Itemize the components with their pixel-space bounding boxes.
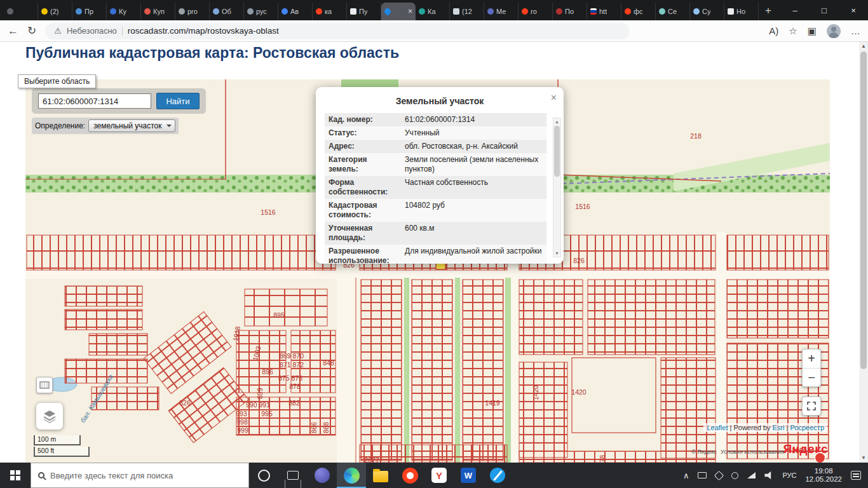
yandex-y-button[interactable]: Y <box>424 463 454 488</box>
yandex-terms-link[interactable]: Условия использования <box>721 449 784 455</box>
language-indicator[interactable]: РУС <box>778 463 801 488</box>
profile-avatar[interactable] <box>827 24 841 38</box>
page-scrollbar[interactable]: ▲ ▼ <box>859 42 868 463</box>
settings-menu-button[interactable]: … <box>851 26 860 36</box>
pen-icon <box>714 470 724 480</box>
clock[interactable]: 19:08 12.05.2022 <box>801 463 846 488</box>
zoom-out-button[interactable]: − <box>803 368 820 386</box>
people-app-button[interactable] <box>308 463 337 488</box>
browser-tab[interactable]: (2) <box>38 3 72 20</box>
scroll-up-icon[interactable]: ▲ <box>553 118 560 125</box>
browser-tab[interactable]: Куп <box>141 3 175 20</box>
rosreestr-link[interactable]: Росреестр <box>790 424 824 431</box>
volume-icon[interactable] <box>760 463 778 488</box>
tablet-mode-icon[interactable] <box>711 463 727 488</box>
people-icon <box>144 8 151 15</box>
edge-button[interactable] <box>337 463 366 488</box>
popup-row: Кад. номер:61:02:0600007:1314 <box>325 113 546 126</box>
find-button[interactable]: Найти <box>156 93 200 109</box>
circle-icon <box>731 472 738 479</box>
layers-button[interactable] <box>36 403 63 430</box>
browser-tab[interactable] <box>4 3 38 20</box>
browser-tab[interactable]: Пр <box>72 3 107 20</box>
scrollbar-up-icon[interactable]: ▲ <box>859 42 868 51</box>
browser-tab[interactable]: Се <box>656 3 690 20</box>
popup-close-button[interactable]: × <box>551 92 557 104</box>
refresh-button[interactable]: ↻ <box>27 25 36 36</box>
popup-scrollbar[interactable]: ▲ ▼ <box>553 118 561 257</box>
action-center-icon <box>851 471 861 480</box>
desktop: (2)ПрКуКупproОбрусАвкаПу×Ка(12МегоПоhttф… <box>0 0 868 488</box>
action-center-button[interactable] <box>846 463 865 488</box>
popup-scroll-thumb[interactable] <box>554 126 560 177</box>
zoom-in-button[interactable]: + <box>803 349 820 368</box>
display-icon[interactable] <box>693 463 711 488</box>
yandex-browser-button[interactable] <box>395 463 424 488</box>
tray-expand-button[interactable]: ∧ <box>679 463 694 488</box>
attribute-label: Статус: <box>325 126 401 140</box>
favorites-button[interactable]: ☆ <box>789 26 797 36</box>
browser-tab[interactable]: фс <box>621 3 656 20</box>
explorer-button[interactable] <box>366 463 395 488</box>
attribute-label: Кад. номер: <box>325 113 401 126</box>
site-icon <box>247 8 254 15</box>
leaflet-link[interactable]: Leaflet <box>707 424 728 431</box>
cadastral-number-input[interactable] <box>38 93 151 109</box>
popup-row: Кадастровая стоимость:104802 руб <box>325 199 546 222</box>
map-tool-button[interactable] <box>36 377 53 393</box>
tab-title: Но <box>736 8 745 15</box>
network-icon[interactable] <box>743 463 760 488</box>
security-label[interactable]: Небезопасно <box>67 26 117 36</box>
cortana-button[interactable] <box>249 463 278 488</box>
close-button[interactable]: × <box>839 0 868 20</box>
browser-tab[interactable]: Ка <box>416 3 450 20</box>
page-scroll-thumb[interactable] <box>860 51 867 369</box>
taskbar-search[interactable] <box>31 463 249 488</box>
tab-title: Куп <box>153 8 165 15</box>
maximize-button[interactable]: □ <box>810 0 839 20</box>
browser-tab[interactable]: htt <box>587 3 621 20</box>
browser-tab[interactable]: рус <box>244 3 278 20</box>
back-button[interactable]: ← <box>8 25 18 36</box>
attribute-label: Форма собственности: <box>325 176 401 199</box>
start-button[interactable] <box>0 463 31 488</box>
tab-title: pro <box>187 8 198 15</box>
url-text[interactable]: roscadastr.com/map/rostovskaya-oblast <box>128 26 279 36</box>
scrollbar-down-icon[interactable]: ▼ <box>859 454 868 463</box>
browser-tab[interactable]: Ме <box>484 3 519 20</box>
browser-tab-active[interactable]: × <box>381 3 416 20</box>
browser-tab-bar: (2)ПрКуКупproОбрусАвкаПу×Ка(12МегоПоhttф… <box>0 0 868 20</box>
read-aloud-button[interactable]: A) <box>769 26 778 36</box>
browser-tab[interactable]: Су <box>690 3 724 20</box>
esri-link[interactable]: Esri <box>773 424 785 431</box>
browser-tab[interactable]: По <box>553 3 587 20</box>
browser-tab[interactable]: pro <box>175 3 210 20</box>
tab-title: Пр <box>85 8 93 15</box>
browser-tab[interactable]: Ку <box>107 3 141 20</box>
definition-select[interactable]: земельный участок <box>88 119 175 132</box>
task-view-button[interactable] <box>278 463 308 488</box>
tab-title: По <box>565 8 574 15</box>
tab-close-icon[interactable]: × <box>408 7 412 16</box>
browser-tab[interactable]: го <box>519 3 553 20</box>
collections-button[interactable]: ▣ <box>808 26 817 36</box>
taskbar-search-input[interactable] <box>50 471 241 480</box>
pen-app-button[interactable] <box>483 463 512 488</box>
browser-tab[interactable]: Об <box>210 3 244 20</box>
minimize-button[interactable]: – <box>780 0 810 20</box>
fullscreen-button[interactable] <box>802 396 821 416</box>
word-button[interactable]: W <box>454 463 483 488</box>
browser-tab[interactable]: ка <box>313 3 347 20</box>
browser-tab[interactable]: Но <box>724 3 759 20</box>
browser-tab[interactable]: Пу <box>347 3 381 20</box>
new-tab-button[interactable]: + <box>759 2 778 20</box>
yandex-icon <box>316 8 322 15</box>
browser-tab[interactable]: Ав <box>278 3 313 20</box>
cadastral-search-panel: Найти <box>32 88 206 114</box>
scroll-down-icon[interactable]: ▼ <box>553 250 560 257</box>
bluetooth-icon[interactable] <box>727 463 743 488</box>
scale-metric: 100 m <box>34 435 81 445</box>
browser-tab[interactable]: (12 <box>450 3 484 20</box>
address-bar[interactable]: ⚠ Небезопасно roscadastr.com/map/rostovs… <box>45 23 630 39</box>
yandex-badge-icon[interactable] <box>815 453 825 463</box>
